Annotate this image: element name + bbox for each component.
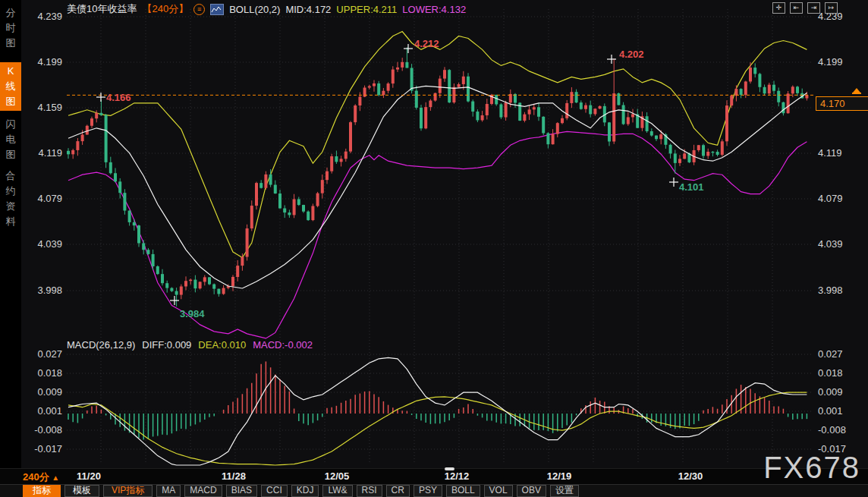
app-window: 4.1664.2124.2024.1013.984 分时图K线图闪电图合约资料 … [0, 0, 868, 497]
y-axis-label: 0.001 [21, 405, 62, 417]
toolbar-button-settings[interactable]: 设置 [550, 485, 579, 497]
y-axis-label: 4.079 [818, 193, 863, 204]
x-axis-date: 12/30 [678, 470, 703, 482]
sidebar-tab-flash-chart[interactable]: 闪电图 [0, 115, 21, 164]
candles-layer [67, 47, 808, 307]
x-axis-date: 12/05 [325, 470, 350, 482]
sidebar-tab-contract-info[interactable]: 合约资料 [0, 167, 21, 231]
price-annotation: 3.984 [180, 308, 205, 319]
price-annotation: 4.202 [619, 49, 644, 60]
period-label: 【240分】 [142, 2, 188, 16]
boll-lower-value: LOWER:4.132 [402, 4, 466, 15]
y-axis-label: 4.199 [21, 56, 62, 68]
toolbar-button-templates[interactable]: 模板 [64, 485, 99, 497]
period-selector-label: 240分 [23, 471, 49, 483]
current-price-box: 4.170 [816, 96, 868, 111]
sidebar-tab-label: K线图 [5, 64, 16, 109]
y-axis-label: -0.008 [21, 424, 62, 436]
sidebar-tab-label: 分时图 [5, 5, 16, 51]
mini-chart-icon[interactable] [210, 4, 224, 15]
sidebar-tab-kline-chart[interactable]: K线图 [0, 62, 21, 111]
y-axis-label: 4.039 [21, 238, 62, 250]
toolbar-button-psy[interactable]: PSY [414, 485, 442, 497]
y-axis-label: 4.119 [818, 147, 863, 159]
y-axis-label: -0.008 [818, 424, 863, 436]
toolbar-button-vol[interactable]: VOL [484, 485, 513, 497]
x-axis-date: 11/20 [77, 470, 101, 482]
sidebar-tab-label: 合约资料 [5, 168, 16, 229]
sidebar-tab-label: 闪电图 [5, 117, 16, 162]
macd-formula: MACD(26,12,9) [67, 339, 135, 351]
y-axis-label: 3.998 [21, 285, 62, 296]
chart-canvas[interactable]: 4.1664.2124.2024.1013.984 [0, 0, 868, 497]
price-annotation: 4.101 [679, 181, 704, 193]
y-axis-label: 3.998 [818, 285, 863, 296]
boll-mid-value: MID:4.172 [285, 4, 331, 15]
y-axis-label: 4.079 [21, 193, 62, 204]
chart-title: 美债10年收益率 [67, 2, 137, 16]
zoom-in-horizontal-icon[interactable]: ⇥ [807, 2, 820, 14]
boll-lower-line [68, 131, 807, 338]
y-axis-label: 4.119 [21, 147, 62, 159]
toolbar-button-vip-indicators[interactable]: VIP指标 [103, 485, 153, 497]
y-axis-label: 4.239 [21, 11, 62, 22]
x-axis-date: 12/12 [445, 470, 470, 482]
macd-macd-value: MACD:-0.002 [253, 339, 313, 351]
toolbar-button-cr[interactable]: CR [386, 485, 410, 497]
price-annotation: 4.212 [414, 38, 439, 49]
y-axis-label: 0.018 [818, 367, 863, 379]
boll-upper-value: UPPER:4.211 [336, 4, 397, 15]
period-selector[interactable]: 240分 ▲ [23, 470, 59, 484]
toolbar-button-bias[interactable]: BIAS [226, 485, 257, 497]
watermark: FX678 [763, 451, 860, 485]
sidebar: 分时图K线图闪电图合约资料 [0, 0, 21, 468]
chart-tools: ✛⇤⇥↦ [772, 2, 838, 14]
circle-menu-icon[interactable]: ≡ [193, 4, 205, 15]
chart-header: 美债10年收益率 【240分】 ≡ BOLL(20,2) MID:4.172 U… [67, 2, 466, 16]
annotations-layer: 4.1664.2124.2024.1013.984 [96, 38, 704, 319]
toolbar-button-rsi[interactable]: RSI [357, 485, 382, 497]
x-axis-date: 12/19 [547, 470, 572, 482]
price-pin-icon [853, 88, 860, 93]
y-axis-label: 4.159 [21, 102, 62, 113]
toolbar-button-obv[interactable]: OBV [517, 485, 546, 497]
y-axis-label: 0.009 [818, 386, 863, 398]
y-axis-label: 0.009 [21, 386, 62, 398]
toolbar-button-indicators[interactable]: 指标 [23, 485, 61, 497]
toolbar-button-kdj[interactable]: KDJ [291, 485, 319, 497]
toolbar-button-cci[interactable]: CCI [261, 485, 288, 497]
toolbar-button-ma[interactable]: MA [156, 485, 181, 497]
jump-latest-icon[interactable]: ↦ [825, 2, 838, 14]
boll-label: BOLL(20,2) [229, 4, 280, 15]
price-annotation: 4.166 [106, 92, 131, 103]
y-axis-label: 4.039 [818, 238, 863, 250]
boll-upper-line [68, 32, 807, 258]
macd-diff-value: DIFF:0.009 [142, 339, 191, 351]
zoom-out-horizontal-icon[interactable]: ⇤ [790, 2, 803, 14]
y-axis-label: 0.027 [21, 348, 62, 360]
macd-header: MACD(26,12,9) DIFF:0.009 DEA:0.010 MACD:… [67, 339, 313, 351]
indicator-toolbar: 指标模板VIP指标MAMACDBIASCCIKDJLW&RSICRPSYBOLL… [0, 484, 868, 497]
y-axis-label: -0.017 [21, 443, 62, 455]
sidebar-tab-time-share-chart[interactable]: 分时图 [0, 4, 21, 52]
x-axis-date: 11/28 [222, 470, 246, 482]
chevron-up-icon: ▲ [52, 473, 59, 482]
date-axis: 240分 ▲ 11/2011/2812/0512/1212/1912/30 [0, 468, 868, 484]
pan-icon[interactable]: ✛ [772, 2, 785, 14]
y-axis-label: 0.001 [818, 405, 863, 417]
toolbar-button-lwr[interactable]: LW& [322, 485, 352, 497]
toolbar-button-boll[interactable]: BOLL [446, 485, 480, 497]
toolbar-button-macd[interactable]: MACD [184, 485, 222, 497]
y-axis-label: 4.199 [818, 56, 863, 68]
macd-dea-value: DEA:0.010 [198, 339, 246, 351]
y-axis-label: 0.027 [818, 348, 863, 360]
y-axis-label: 0.018 [21, 367, 62, 379]
